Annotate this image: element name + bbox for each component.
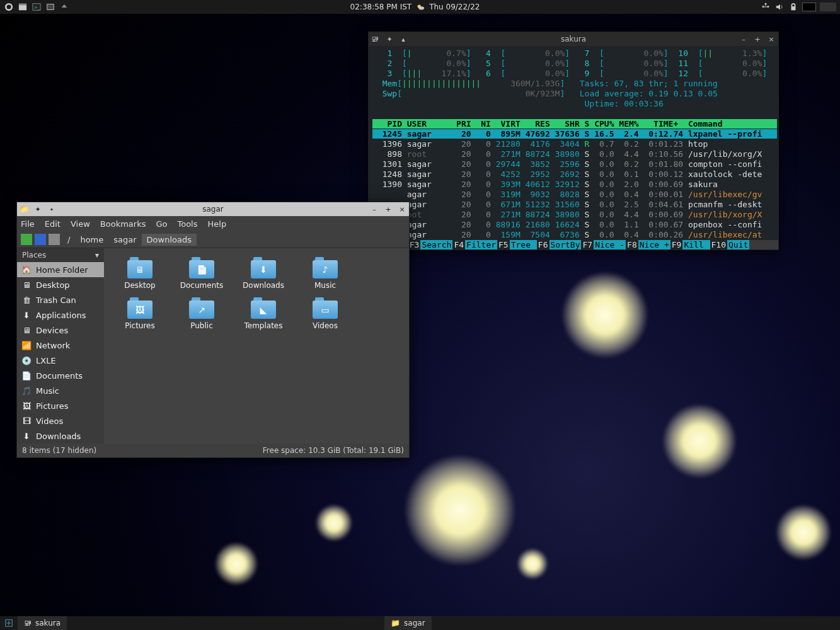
folder-videos[interactable]: ▭Videos [296,295,355,333]
svg-point-1 [7,5,11,9]
task-label: sagar [404,619,425,627]
disk-icon: 💿 [21,355,32,366]
wallpaper-orb [517,548,548,580]
fm-icon-view[interactable]: 🖥Desktop📄Documents⬇Downloads♪Music🖼Pictu… [104,248,409,444]
close-button[interactable]: × [766,34,776,44]
terminal-content[interactable]: 1 [| 0.7%] 4 [ 0.0%] 7 [ 0.0%] 10 [|| 1.… [369,46,778,240]
sidebar-item-label: Pictures [36,401,68,411]
folder-pictures[interactable]: 🖼Pictures [110,295,170,333]
folder-public[interactable]: ↗Public [172,295,231,333]
clock-time[interactable]: 02:38:58 PM IST [350,3,412,11]
sidebar-item-pictures[interactable]: 🖼Pictures [17,398,104,413]
desktop-icon: 🖥 [21,279,32,290]
clock-date[interactable]: Thu 09/22/22 [429,3,480,11]
folder-templates[interactable]: ◣Templates [234,295,293,333]
sidebar-item-lxle[interactable]: 💿LXLE [17,353,104,368]
sidebar-item-trash-can[interactable]: 🗑Trash Can [17,292,104,307]
folder-icon: 📁 [20,205,28,214]
menu-file[interactable]: File [21,219,35,229]
places-header[interactable]: Places ▾ [17,248,104,262]
pin-button[interactable]: ✦ [33,204,43,214]
sidebar-item-home-folder[interactable]: 🏠Home Folder [17,262,104,277]
folder-icon: 🖼 [127,297,152,319]
minimize-button[interactable]: – [369,204,379,214]
sidebar-item-label: Home Folder [36,265,88,275]
lock-icon[interactable] [788,2,798,12]
videos-icon: 🎞 [21,415,32,427]
menu-help[interactable]: Help [208,219,227,229]
menu-edit[interactable]: Edit [45,219,60,229]
add-workspace-icon[interactable] [4,618,14,628]
minimize-button[interactable]: – [739,34,749,44]
sidebar-item-music[interactable]: 🎵Music [17,383,104,398]
maximize-button[interactable]: + [752,34,762,44]
task-label: sakura [35,619,60,627]
folder-icon: ▭ [313,297,338,319]
sidebar-item-applications[interactable]: ⬇Applications [17,307,104,323]
menu-tools[interactable]: Tools [177,219,197,229]
devices-icon: 🖥 [21,324,32,336]
nav-button[interactable] [35,234,46,245]
volume-icon[interactable] [774,2,785,12]
terminal-title: sakura [410,35,737,43]
folder-label: Pictures [125,321,155,330]
crumb-home[interactable]: home [75,234,108,246]
show-desktop-icon[interactable] [45,2,55,12]
crumb-Downloads[interactable]: Downloads [142,234,197,246]
svg-rect-3 [19,4,26,6]
terminal-icon: 🖳 [371,35,380,43]
folder-desktop[interactable]: 🖥Desktop [110,255,170,292]
folder-downloads[interactable]: ⬇Downloads [234,255,293,292]
home-icon: 🏠 [21,264,32,275]
desktop[interactable]: >_ 02:38:58 PM IST Thu 09/22/22 🖳 ✦ ▴ sa… [0,0,840,630]
wallpaper-orb [315,504,353,542]
menu-view[interactable]: View [71,219,90,229]
pin-button[interactable]: ✦ [384,34,394,44]
battery-icon[interactable] [802,3,816,11]
main-menu-icon[interactable] [4,2,14,12]
terminal-window: 🖳 ✦ ▴ sakura – + × 1 [| 0.7%] 4 [ 0.0%] … [368,32,779,250]
svg-text:>_: >_ [34,5,40,10]
maximize-button[interactable]: + [383,204,393,214]
sidebar-item-downloads[interactable]: ⬇Downloads [17,428,104,444]
pictures-icon: 🖼 [21,400,32,411]
sidebar-item-desktop[interactable]: 🖥Desktop [17,277,104,292]
shade-button[interactable]: ▴ [398,34,408,44]
folder-documents[interactable]: 📄Documents [172,255,231,292]
home-button[interactable] [49,234,60,245]
new-tab-button[interactable] [21,234,32,245]
sidebar-item-label: Videos [36,416,63,426]
task-icon: 📁 [391,619,400,627]
network-icon[interactable] [761,2,771,12]
sidebar-item-documents[interactable]: 📄Documents [17,368,104,383]
task-sakura[interactable]: 🖳sakura [18,616,67,630]
terminal-launcher-icon[interactable]: >_ [32,2,42,12]
sidebar-item-label: Desktop [36,280,70,290]
sidebar-item-devices[interactable]: 🖥Devices [17,323,104,338]
shade-button[interactable]: • [47,204,57,214]
file-manager-launcher-icon[interactable] [18,2,28,12]
chevron-down-icon: ▾ [95,251,99,260]
terminal-titlebar[interactable]: 🖳 ✦ ▴ sakura – + × [369,32,778,46]
task-sagar[interactable]: 📁sagar [384,616,432,630]
crumb-root[interactable]: / [62,234,75,246]
sidebar-item-label: Documents [36,371,83,381]
weather-icon[interactable] [415,2,425,12]
folder-label: Downloads [243,281,284,290]
arrow-up-icon[interactable] [59,2,69,12]
sidebar-item-network[interactable]: 📶Network [17,338,104,353]
folder-music[interactable]: ♪Music [296,255,355,292]
menu-go[interactable]: Go [156,219,167,229]
fm-toolbar: /homesagarDownloads [17,231,409,248]
sidebar-item-videos[interactable]: 🎞Videos [17,413,104,428]
sidebar-item-label: Network [36,341,70,350]
folder-label: Videos [313,321,338,330]
doc-icon: 📄 [21,370,32,381]
menu-bookmarks[interactable]: Bookmarks [100,219,146,229]
fm-titlebar[interactable]: 📁 ✦ • sagar – + × [17,202,409,216]
folder-label: Music [314,281,336,290]
folder-icon: ♪ [313,257,338,278]
htop-function-bar[interactable]: 2Setup F3SearchF4FilterF5Tree F6SortByF7… [369,240,778,249]
crumb-sagar[interactable]: sagar [108,234,141,246]
close-button[interactable]: × [397,204,407,214]
